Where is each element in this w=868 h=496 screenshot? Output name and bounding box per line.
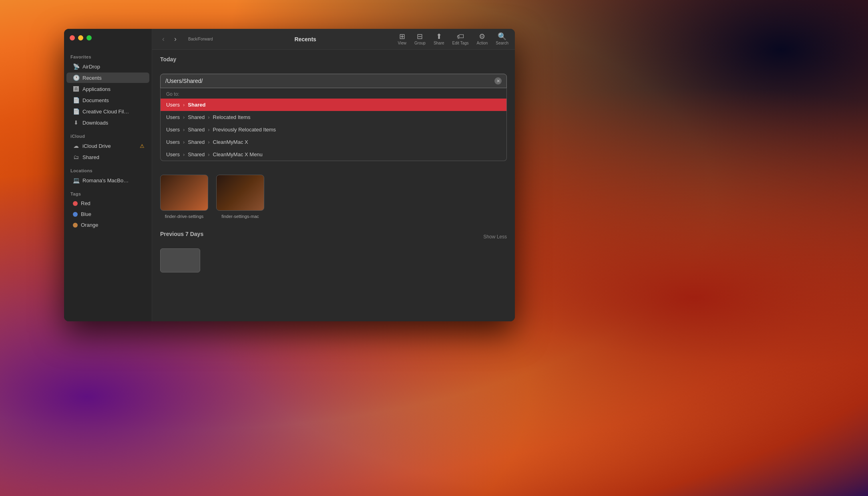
sidebar-item-airdrop[interactable]: 📡 AirDrop bbox=[66, 61, 149, 72]
traffic-lights bbox=[70, 35, 92, 40]
goto-sep: › bbox=[208, 114, 209, 120]
icloud-drive-icon: ☁ bbox=[73, 143, 79, 149]
goto-result-3[interactable]: Users › Shared › CleanMyMac X bbox=[161, 136, 506, 148]
goto-result-1[interactable]: Users › Shared › Relocated Items bbox=[161, 111, 506, 123]
content-area: Today ✕ Go to: Users › Shared bbox=[152, 50, 515, 321]
goto-sep: › bbox=[208, 139, 209, 145]
file-item-0[interactable]: finder-drive-settings bbox=[160, 175, 208, 219]
share-icon: ⬆ bbox=[436, 33, 442, 40]
sidebar-item-label: Applications bbox=[82, 86, 111, 92]
sidebar-item-documents[interactable]: 📄 Documents bbox=[66, 95, 149, 105]
maximize-button[interactable] bbox=[86, 35, 92, 40]
sidebar-tag-label: Blue bbox=[81, 211, 91, 217]
main-area: ‹ › Back/Forward Recents ⊞ View ⊟ Group … bbox=[152, 29, 515, 321]
goto-sep: › bbox=[183, 151, 185, 157]
goto-text: Shared bbox=[188, 127, 205, 133]
goto-dialog: ✕ Go to: Users › Shared Users › Shared › bbox=[160, 74, 507, 161]
goto-input-field[interactable] bbox=[165, 78, 491, 84]
sidebar-item-macbook[interactable]: 💻 Romana's MacBo… bbox=[66, 175, 149, 185]
file-name-1: finder-settings-mac bbox=[221, 214, 259, 219]
sidebar-item-shared[interactable]: 🗂 Shared bbox=[66, 152, 149, 162]
window-title: Recents bbox=[221, 36, 390, 42]
previous-7-header: Previous 7 Days Show Less bbox=[160, 231, 507, 243]
previous-7-title: Previous 7 Days bbox=[160, 231, 203, 237]
sidebar-item-label: Downloads bbox=[82, 120, 108, 126]
file-item-1[interactable]: finder-settings-mac bbox=[216, 175, 264, 219]
view-btn[interactable]: ⊞ View bbox=[398, 33, 407, 45]
goto-sep: › bbox=[183, 127, 185, 133]
locations-label: Locations bbox=[64, 163, 152, 175]
view-icon: ⊞ bbox=[399, 33, 405, 40]
close-button[interactable] bbox=[70, 35, 75, 40]
goto-sep: › bbox=[183, 114, 185, 120]
goto-label: Go to: bbox=[161, 88, 506, 99]
sidebar-item-label: AirDrop bbox=[82, 64, 100, 70]
goto-text: Users bbox=[166, 151, 180, 157]
goto-text: Shared bbox=[188, 151, 205, 157]
toolbar: ‹ › Back/Forward Recents ⊞ View ⊟ Group … bbox=[152, 29, 515, 50]
icloud-label: iCloud bbox=[64, 128, 152, 140]
goto-input-row: ✕ bbox=[160, 74, 507, 88]
goto-text: Previously Relocated Items bbox=[213, 127, 276, 133]
show-less-button[interactable]: Show Less bbox=[483, 234, 507, 240]
goto-text: CleanMyMac X bbox=[213, 139, 248, 145]
goto-result-0[interactable]: Users › Shared bbox=[161, 99, 506, 111]
goto-text: Shared bbox=[188, 139, 205, 145]
sidebar-item-creative-cloud[interactable]: 📄 Creative Cloud Fil… bbox=[66, 106, 149, 117]
goto-text: Shared bbox=[188, 114, 205, 120]
sidebar-item-label: Romana's MacBo… bbox=[82, 177, 129, 183]
tag-blue-dot bbox=[73, 212, 78, 217]
file-thumbnail-0 bbox=[160, 175, 208, 211]
edit-tags-icon: 🏷 bbox=[457, 33, 464, 40]
goto-part-shared: Shared bbox=[188, 102, 205, 108]
search-btn[interactable]: 🔍 Search bbox=[496, 33, 508, 45]
tag-red-dot bbox=[73, 201, 78, 206]
file-name-0: finder-drive-settings bbox=[165, 214, 204, 219]
goto-dropdown: Go to: Users › Shared Users › Shared › R… bbox=[160, 88, 507, 161]
goto-sep: › bbox=[208, 127, 209, 133]
macbook-icon: 💻 bbox=[73, 177, 79, 183]
documents-icon: 📄 bbox=[73, 97, 79, 103]
sidebar-item-applications[interactable]: 🅰 Applications bbox=[66, 84, 149, 94]
sidebar-item-tag-orange[interactable]: Orange bbox=[66, 220, 149, 230]
goto-clear-button[interactable]: ✕ bbox=[494, 77, 502, 85]
sidebar-item-recents[interactable]: 🕐 Recents bbox=[66, 73, 149, 83]
tags-label: Tags bbox=[64, 186, 152, 198]
back-button[interactable]: ‹ bbox=[159, 35, 168, 43]
sidebar-item-label: Shared bbox=[82, 154, 99, 160]
downloads-icon: ⬇ bbox=[73, 119, 79, 126]
goto-result-4[interactable]: Users › Shared › CleanMyMac X Menu bbox=[161, 148, 506, 161]
edit-tags-btn[interactable]: 🏷 Edit Tags bbox=[452, 33, 469, 45]
sidebar-item-label: Recents bbox=[82, 75, 102, 81]
group-btn[interactable]: ⊟ Group bbox=[414, 33, 426, 45]
sidebar-item-downloads[interactable]: ⬇ Downloads bbox=[66, 117, 149, 128]
sidebar-item-tag-red[interactable]: Red bbox=[66, 198, 149, 208]
share-btn[interactable]: ⬆ Share bbox=[434, 33, 444, 45]
sidebar-item-label: Creative Cloud Fil… bbox=[82, 109, 129, 115]
action-icon: ⚙ bbox=[479, 33, 485, 40]
goto-sep: › bbox=[183, 139, 185, 145]
sidebar-item-tag-blue[interactable]: Blue bbox=[66, 209, 149, 219]
goto-part-users: Users bbox=[166, 102, 180, 108]
goto-sep: › bbox=[183, 102, 185, 108]
search-icon: 🔍 bbox=[498, 33, 506, 40]
goto-text: Users bbox=[166, 114, 180, 120]
sidebar-tag-label: Red bbox=[81, 200, 90, 206]
goto-text: CleanMyMac X Menu bbox=[213, 151, 263, 157]
sidebar-tag-label: Orange bbox=[81, 222, 98, 228]
clear-icon: ✕ bbox=[496, 79, 500, 84]
goto-text: Users bbox=[166, 127, 180, 133]
favorites-label: Favorites bbox=[64, 49, 152, 61]
forward-button[interactable]: › bbox=[171, 35, 180, 43]
sidebar-item-label: Documents bbox=[82, 97, 109, 103]
goto-sep: › bbox=[208, 151, 209, 157]
sidebar: Favorites 📡 AirDrop 🕐 Recents 🅰 Applicat… bbox=[64, 29, 152, 321]
minimize-button[interactable] bbox=[78, 35, 83, 40]
action-btn[interactable]: ⚙ Action bbox=[477, 33, 488, 45]
today-files-grid: finder-drive-settings finder-settings-ma… bbox=[160, 175, 507, 219]
goto-result-2[interactable]: Users › Shared › Previously Relocated It… bbox=[161, 123, 506, 136]
shared-icon: 🗂 bbox=[73, 154, 79, 160]
today-section-title: Today bbox=[160, 56, 507, 63]
file-thumbnail-1 bbox=[216, 175, 264, 211]
sidebar-item-icloud-drive[interactable]: ☁ iCloud Drive ⚠ bbox=[66, 141, 149, 151]
